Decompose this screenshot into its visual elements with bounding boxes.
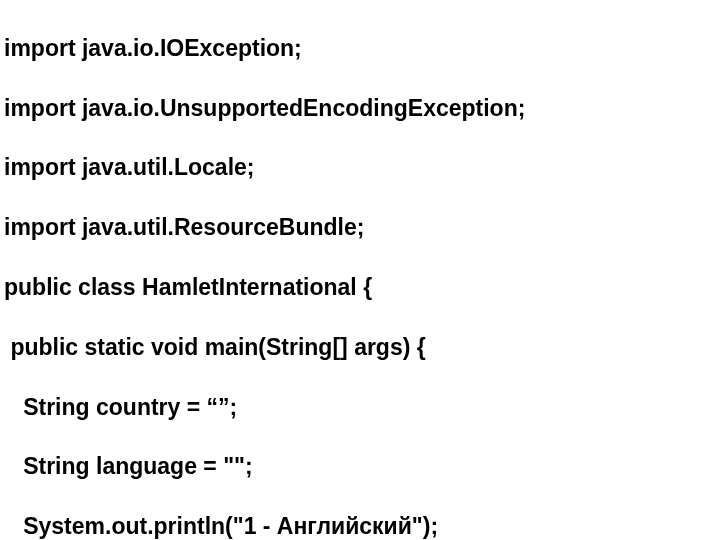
code-line: String country = “”; (4, 393, 720, 423)
code-line: import java.util.Locale; (4, 153, 720, 183)
code-line: import java.io.IOException; (4, 34, 720, 64)
code-line: public static void main(String[] args) { (4, 333, 720, 363)
code-line: String language = ""; (4, 452, 720, 482)
code-line: System.out.println("1 - Английский"); (4, 512, 720, 540)
code-line: import java.io.UnsupportedEncodingExcept… (4, 94, 720, 124)
code-block: import java.io.IOException; import java.… (0, 0, 720, 540)
code-line: public class HamletInternational { (4, 273, 720, 303)
code-line: import java.util.ResourceBundle; (4, 213, 720, 243)
